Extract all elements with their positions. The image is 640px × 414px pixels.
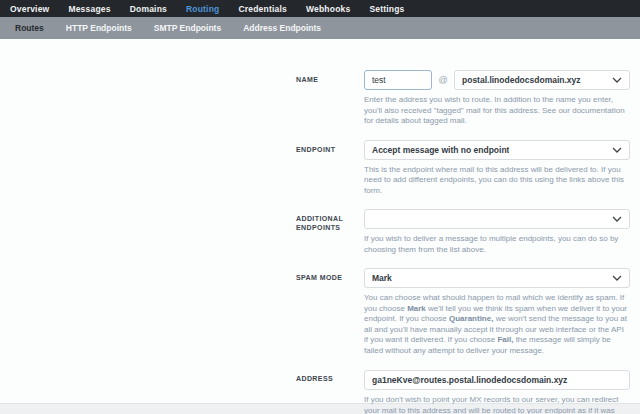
route-name-input[interactable]	[364, 70, 432, 90]
address-label: ADDRESS	[296, 369, 364, 414]
additional-endpoints-row: ADDITIONAL ENDPOINTS If you wish to deli…	[296, 209, 632, 255]
nav-item-domains[interactable]: Domains	[130, 4, 167, 14]
chevron-down-icon	[612, 147, 622, 153]
spam-mode-label: SPAM MODE	[296, 268, 364, 356]
domain-select[interactable]: postal.linodedocsdomain.xyz	[454, 70, 630, 90]
subnav-item-http-endpoints[interactable]: HTTP Endpoints	[66, 23, 132, 33]
routing-subnav: Routes HTTP Endpoints SMTP Endpoints Add…	[0, 17, 640, 39]
spam-mode-row: SPAM MODE Mark You can choose what shoul…	[296, 268, 632, 356]
spam-mode-select[interactable]: Mark	[364, 268, 630, 288]
endpoint-select-value: Accept message with no endpoint	[372, 145, 509, 155]
top-navbar: Overview Messages Domains Routing Creden…	[0, 0, 640, 17]
endpoint-label: ENDPOINT	[296, 140, 364, 197]
route-address-input[interactable]	[364, 370, 630, 390]
spam-mode-select-value: Mark	[372, 273, 392, 283]
name-help-text: Enter the address you wish to route. In …	[364, 95, 630, 127]
additional-endpoints-help-text: If you wish to deliver a message to mult…	[364, 234, 630, 255]
address-help-text: If you don't wish to point your MX recor…	[364, 395, 630, 414]
endpoint-help-text: This is the endpoint where mail to this …	[364, 165, 630, 197]
domain-select-value: postal.linodedocsdomain.xyz	[462, 75, 581, 85]
chevron-down-icon	[612, 216, 622, 222]
route-form-panel: NAME @ postal.linodedocsdomain.xyz Enter…	[0, 39, 640, 404]
subnav-item-routes[interactable]: Routes	[15, 23, 44, 33]
endpoint-select[interactable]: Accept message with no endpoint	[364, 140, 630, 160]
chevron-down-icon	[612, 77, 622, 83]
chevron-down-icon	[612, 275, 622, 281]
nav-item-messages[interactable]: Messages	[68, 4, 110, 14]
name-label: NAME	[296, 70, 364, 127]
nav-item-settings[interactable]: Settings	[369, 4, 404, 14]
nav-item-overview[interactable]: Overview	[10, 4, 49, 14]
name-row: NAME @ postal.linodedocsdomain.xyz Enter…	[296, 70, 632, 127]
nav-item-webhooks[interactable]: Webhooks	[306, 4, 350, 14]
additional-endpoints-label: ADDITIONAL ENDPOINTS	[296, 209, 364, 255]
additional-endpoints-select[interactable]	[364, 209, 630, 229]
endpoint-row: ENDPOINT Accept message with no endpoint…	[296, 140, 632, 197]
subnav-item-address-endpoints[interactable]: Address Endpoints	[243, 23, 321, 33]
nav-item-credentials[interactable]: Credentials	[238, 4, 287, 14]
nav-item-routing[interactable]: Routing	[186, 4, 220, 14]
spam-mode-help-text: You can choose what should happen to mai…	[364, 293, 630, 356]
at-separator: @	[432, 75, 454, 85]
address-row: ADDRESS If you don't wish to point your …	[296, 369, 632, 414]
edit-route-form: NAME @ postal.linodedocsdomain.xyz Enter…	[0, 39, 640, 414]
subnav-item-smtp-endpoints[interactable]: SMTP Endpoints	[154, 23, 221, 33]
